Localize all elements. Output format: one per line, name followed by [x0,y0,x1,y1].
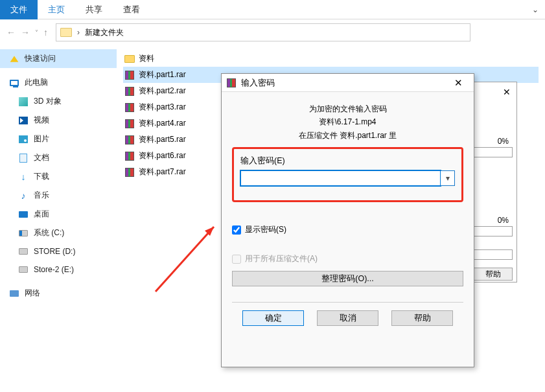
info-line: 为加密的文件输入密码 [232,102,463,115]
sidebar-label: Store-2 (E:) [34,265,74,274]
nav-forward-icon[interactable]: → [21,27,30,38]
dialog-title: 输入密码 [241,77,275,89]
sidebar-item-drive-e[interactable]: Store-2 (E:) [0,260,117,279]
sidebar-label: 视频 [34,115,49,126]
nav-back-icon[interactable]: ← [6,27,16,38]
folder-icon [124,55,135,63]
ribbon-tab-share[interactable]: 共享 [75,0,113,19]
list-item-folder[interactable]: 资料 [123,51,539,67]
show-password-label: 显示密码(S) [245,224,286,235]
drive-icon [18,264,29,275]
sidebar-item-network[interactable]: 网络 [0,284,117,303]
sidebar-item-video[interactable]: 视频 [0,111,117,130]
drive-icon [18,228,29,238]
rar-icon [124,102,135,113]
network-icon [9,288,19,299]
file-name: 资料.part6.rar [139,150,186,161]
ribbon-tab-file[interactable]: 文件 [0,0,38,19]
desktop-icon [18,209,29,220]
progress-bar [470,226,513,236]
progress-bar [470,249,513,260]
password-label: 输入密码(E) [240,156,455,167]
monitor-icon [9,78,19,88]
file-name: 资料.part2.rar [139,86,186,97]
dropdown-button[interactable]: ▾ [441,170,455,186]
file-name: 资料 [139,53,154,64]
address-bar[interactable]: › 新建文件夹 [56,23,470,41]
sidebar-item-music[interactable]: ♪ 音乐 [0,186,117,205]
cube-icon [18,97,29,107]
sidebar-label: 网络 [25,288,40,299]
sidebar-label: 音乐 [34,190,49,201]
sidebar-label: 系统 (C:) [34,227,64,238]
sidebar-item-downloads[interactable]: ↓ 下载 [0,167,117,186]
sidebar-item-docs[interactable]: 文档 [0,148,117,167]
dialog-info: 为加密的文件输入密码 资料\6.17-1.mp4 在压缩文件 资料.part1.… [232,102,463,142]
ribbon-tabs: 文件 主页 共享 查看 ⌄ [0,0,545,19]
nav-bar: ← → ˅ ↑ › 新建文件夹 [0,19,545,45]
nav-up-icon[interactable]: ↑ [43,27,48,38]
rar-icon [124,167,135,178]
close-button[interactable]: ✕ [497,82,516,102]
rar-icon [124,151,135,161]
file-name: 资料.part1.rar [139,69,186,80]
file-name: 资料.part3.rar [139,102,186,113]
sidebar-label: 3D 对象 [34,96,62,107]
cancel-button[interactable]: 取消 [317,310,378,326]
file-name: 资料.part5.rar [139,134,186,145]
sidebar-item-quick-access[interactable]: 快速访问 [0,49,117,68]
sidebar-item-drive-c[interactable]: 系统 (C:) [0,224,117,242]
sidebar-label: 文档 [34,152,49,163]
download-icon: ↓ [18,172,29,182]
chevron-down-icon: ▾ [446,174,450,183]
progress-bar [470,147,513,157]
sidebar: 快速访问 此电脑 3D 对象 视频 图片 文档 ↓ 下载 ♪ 音乐 [0,45,117,392]
sidebar-label: 此电脑 [25,77,48,88]
all-archives-label: 用于所有压缩文件(A) [245,253,318,264]
password-combo: ▾ [240,170,455,186]
annotation-highlight: 输入密码(E) ▾ [232,147,463,202]
ok-button[interactable]: 确定 [242,310,304,326]
star-icon [9,54,19,64]
show-password-checkbox[interactable] [232,225,241,235]
ribbon-tab-home[interactable]: 主页 [38,0,75,19]
rar-icon [124,119,135,129]
rar-icon [124,135,135,145]
drive-icon [18,246,29,257]
file-name: 资料.part4.rar [139,118,186,129]
dialog-titlebar: 输入密码 ✕ [222,74,474,92]
picture-icon [18,134,29,144]
show-password-row: 显示密码(S) [232,224,463,235]
sidebar-item-this-pc[interactable]: 此电脑 [0,73,117,92]
nav-arrows: ← → ˅ ↑ [6,27,48,38]
ribbon-collapse-icon[interactable]: ⌄ [532,5,539,14]
video-icon [18,115,29,126]
sidebar-label: 下载 [34,171,49,182]
help-button[interactable]: 帮助 [474,268,513,281]
ribbon-tab-view[interactable]: 查看 [113,0,150,19]
dialog-button-row: 确定 取消 帮助 [232,303,463,326]
sidebar-label: 快速访问 [25,53,56,64]
rar-icon [124,70,135,80]
sidebar-item-3d[interactable]: 3D 对象 [0,92,117,111]
music-icon: ♪ [18,190,29,201]
sidebar-item-desktop[interactable]: 桌面 [0,205,117,224]
sidebar-label: 桌面 [34,209,49,220]
info-line: 资料\6.17-1.mp4 [232,115,463,128]
sidebar-item-drive-d[interactable]: STORE (D:) [0,242,117,260]
password-input[interactable] [240,170,441,186]
info-line: 在压缩文件 资料.part1.rar 里 [232,129,463,142]
sidebar-item-pictures[interactable]: 图片 [0,130,117,148]
file-name: 资料.part7.rar [139,167,186,178]
chevron-right-icon: › [77,28,80,37]
help-button[interactable]: 帮助 [391,310,453,326]
breadcrumb-folder[interactable]: 新建文件夹 [85,27,124,38]
rar-icon [124,86,135,97]
sidebar-label: 图片 [34,133,49,144]
sidebar-label: STORE (D:) [34,247,75,256]
app-icon [226,77,237,89]
nav-recent-icon[interactable]: ˅ [35,29,38,36]
close-button[interactable]: ✕ [445,77,471,89]
dialog-body: 为加密的文件输入密码 资料\6.17-1.mp4 在压缩文件 资料.part1.… [222,92,474,326]
organize-passwords-button[interactable]: 整理密码(O)... [232,271,463,286]
